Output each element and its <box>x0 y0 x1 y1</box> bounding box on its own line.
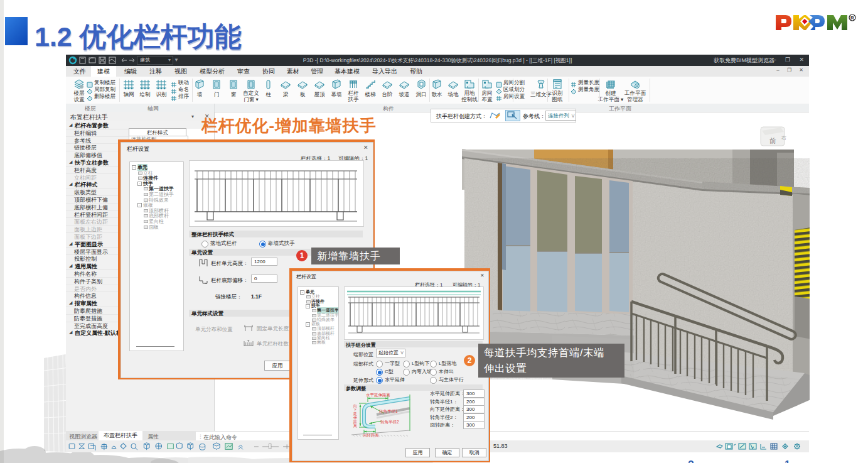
svg-text:右: 右 <box>781 135 786 141</box>
svg-text:下: 下 <box>353 408 357 411</box>
svg-text:转角半径1: 转角半径1 <box>379 409 398 413</box>
svg-text:延: 延 <box>353 411 357 416</box>
svg-text:R: R <box>850 15 854 21</box>
svg-text:水平延伸距离: 水平延伸距离 <box>366 393 390 397</box>
svg-text:距: 距 <box>353 420 357 424</box>
svg-text:伸: 伸 <box>353 416 357 420</box>
svg-text:离: 离 <box>353 424 357 428</box>
svg-text:转角半径2: 转角半径2 <box>380 420 399 424</box>
svg-text:前: 前 <box>769 137 776 144</box>
